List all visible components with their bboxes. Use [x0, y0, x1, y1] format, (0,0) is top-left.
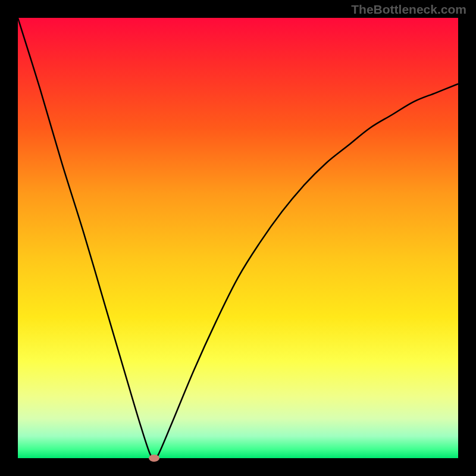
attribution-text: TheBottleneck.com [351, 2, 466, 17]
plot-area [18, 18, 458, 458]
bottleneck-curve [18, 18, 458, 458]
minimum-marker [149, 455, 159, 462]
chart-container: TheBottleneck.com [0, 0, 476, 476]
curve-svg [18, 18, 458, 458]
